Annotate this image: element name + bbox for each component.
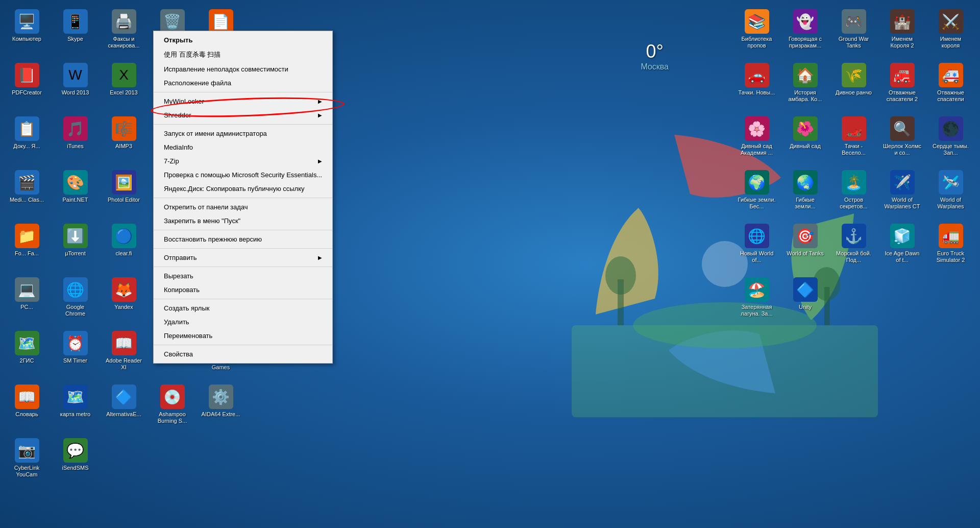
desktop-icon-media[interactable]: 🎬 Medi... Clas... <box>5 166 48 217</box>
desktop-icon-skype[interactable]: 📱 Skype <box>54 5 97 56</box>
desktop-icon-istoriya_ambara[interactable]: 🏠 История амбара. Ко... <box>783 59 827 110</box>
ctx-item-rename[interactable]: Переименовать <box>154 329 332 343</box>
icon-label-ostrov: Остров секретов... <box>834 197 873 210</box>
desktop-icon-gible_zemli[interactable]: 🌏 Гибкые земли... <box>783 166 827 217</box>
desktop-icon-utorrent[interactable]: ⬇️ µTorrent <box>54 220 97 271</box>
desktop-icon-fax[interactable]: 🖨️ Факсы и сканирова... <box>102 5 145 56</box>
desktop-icon-adobe[interactable]: 📖 Adobe Reader XI <box>102 327 145 378</box>
desktop-icon-unity[interactable]: 🔷 Unity <box>783 273 827 324</box>
desktop-icon-tachki_veselo[interactable]: 🏎️ Тачки - Весело... <box>832 112 875 163</box>
desktop-icon-sherlock[interactable]: 🔍 Шерлок Холмс и со... <box>880 112 924 163</box>
desktop-icon-world_tanks[interactable]: 🎯 World of Tanks <box>783 220 827 271</box>
desktop-icon-kartageo[interactable]: 🗺️ карта metro <box>54 380 97 431</box>
desktop-icon-computer[interactable]: 🖥️ Компьютер <box>5 5 48 56</box>
desktop-icon-gis2[interactable]: 🗺️ 2ГИС <box>5 327 48 378</box>
desktop-icon-excel2013[interactable]: X Excel 2013 <box>102 59 145 110</box>
desktop-icon-morskoy[interactable]: ⚓ Морской бой. Под... <box>832 220 875 271</box>
desktop-icon-slovar[interactable]: 📖 Словарь <box>5 380 48 431</box>
desktop-icon-otvazhnie2[interactable]: 🚒 Отважные спасатели 2 <box>880 59 924 110</box>
ctx-item-7zip[interactable]: 7-Zip▶ <box>154 154 332 168</box>
desktop-icon-photoi[interactable]: 🖼️ Photol Editor <box>102 166 145 217</box>
icon-img-utorrent: ⬇️ <box>63 224 88 248</box>
desktop-icon-otvazhnie[interactable]: 🚑 Отважные спасатели <box>929 59 972 110</box>
ctx-item-pinstart[interactable]: Закрепить в меню "Пуск" <box>154 214 332 228</box>
desktop-icon-serdce[interactable]: 🌑 Сердце тьмы. Зап... <box>929 112 972 163</box>
icon-label-ashampoo: Ashampoo Burning S... <box>153 411 192 424</box>
desktop-icon-yandex[interactable]: 🦊 Yandex <box>102 273 145 324</box>
desktop-icon-cyberlink[interactable]: 📷 CyberLink YouCam <box>5 434 48 485</box>
desktop-icon-divniy_sad[interactable]: 🌸 Дивный сад Академия ... <box>735 112 778 163</box>
icon-img-docs: 📋 <box>15 116 39 141</box>
icon-img-yandex: 🦊 <box>112 277 136 302</box>
desktop-icon-docs[interactable]: 📋 Доку... Я... <box>5 112 48 163</box>
desktop-icon-world_warplanes_ct[interactable]: ✈️ World of Warplanes CT <box>880 166 924 217</box>
ctx-item-createshortcut[interactable]: Создать ярлык <box>154 301 332 315</box>
icon-img-paintnet: 🎨 <box>63 170 88 195</box>
ctx-separator-after-rename <box>154 345 332 345</box>
desktop-icon-fa[interactable]: 📁 Fo... Fa... <box>5 220 48 271</box>
ctx-item-copy[interactable]: Копировать <box>154 283 332 297</box>
ctx-item-open[interactable]: Открыть <box>154 33 332 47</box>
desktop-icon-chrome[interactable]: 🌐 Google Chrome <box>54 273 97 324</box>
desktop-icon-alternativa[interactable]: 🔷 AlternativaE... <box>102 380 145 431</box>
ctx-item-restore[interactable]: Восстановить прежнюю версию <box>154 232 332 246</box>
ctx-item-delete[interactable]: Удалить <box>154 315 332 329</box>
ctx-item-compat[interactable]: Исправление неполадок совместимости <box>154 62 332 76</box>
icon-img-smtimer: ⏰ <box>63 331 88 355</box>
desktop-icon-euro_truck[interactable]: 🚛 Euro Truck Simulator 2 <box>929 220 972 271</box>
desktop-icon-groundwar[interactable]: 🎮 Ground War Tanks <box>832 5 875 56</box>
desktop-icon-world_warplanes[interactable]: 🛩️ World of Warplanes <box>929 166 972 217</box>
icon-img-aimp3: 🎼 <box>112 116 136 141</box>
icon-img-cyberlink: 📷 <box>15 438 39 463</box>
desktop-icon-aida64[interactable]: ⚙️ AIDA64 Extre... <box>199 380 242 431</box>
desktop-icon-ice_age[interactable]: 🧊 Ice Age Dawn of t... <box>880 220 924 271</box>
desktop-icon-imenem_korola2[interactable]: 🏰 Именем Короля 2 <box>880 5 924 56</box>
icon-label-alternativa: AlternativaE... <box>106 411 141 418</box>
desktop-icon-new_world[interactable]: 🌐 Новый World of... <box>735 220 778 271</box>
icon-label-govoryashaya: Говорящая с призракам... <box>786 36 825 49</box>
desktop-icon-ostrov[interactable]: 🏝️ Остров секретов... <box>832 166 875 217</box>
ctx-item-properties[interactable]: Свойства <box>154 347 332 361</box>
icon-img-gible_zemli: 🌏 <box>793 170 818 195</box>
desktop-icon-clearfi[interactable]: 🔵 clear.fi <box>102 220 145 271</box>
desktop-icon-isendsms[interactable]: 💬 iSendSMS <box>54 434 97 485</box>
icon-label-slovar: Словарь <box>15 411 38 418</box>
ctx-item-pintaskbar[interactable]: Открепить от панели задач <box>154 200 332 214</box>
desktop-icon-aimp3[interactable]: 🎼 AIMP3 <box>102 112 145 163</box>
desktop-icon-bibliot[interactable]: 📚 Библиотека пропов <box>735 5 778 56</box>
icon-img-computer: 🖥️ <box>15 9 39 34</box>
desktop-icon-pc[interactable]: 💻 PC... <box>5 273 48 324</box>
ctx-item-mywinlocker[interactable]: MyWinLocker▶ <box>154 94 332 108</box>
ctx-item-runas[interactable]: Запуск от имени администратора <box>154 127 332 140</box>
desktop-icon-divniy_sad2[interactable]: 🌺 Дивный сад <box>783 112 827 163</box>
ctx-separator-after-fileloc <box>154 92 332 92</box>
desktop-icon-smtimer[interactable]: ⏰ SM Timer <box>54 327 97 378</box>
desktop-icon-zateryannaya[interactable]: 🏖️ Затерянная лагуна. За... <box>735 273 778 324</box>
desktop-icon-paintnet[interactable]: 🎨 Paint.NET <box>54 166 97 217</box>
ctx-item-baidu[interactable]: 使用 百度杀毒 扫描 <box>154 47 332 62</box>
icon-img-bibliot: 📚 <box>745 9 769 34</box>
icon-img-adobe: 📖 <box>112 331 136 355</box>
desktop-icon-ashampoo[interactable]: 💿 Ashampoo Burning S... <box>151 380 194 431</box>
desktop-icon-gible_zemli_bes[interactable]: 🌍 Гибкые земли. Бес... <box>735 166 778 217</box>
desktop-icon-tachki[interactable]: 🚗 Тачки. Новы... <box>735 59 778 110</box>
desktop-icon-word2013[interactable]: W Word 2013 <box>54 59 97 110</box>
icon-label-docs: Доку... Я... <box>13 143 40 150</box>
desktop-icon-govoryashaya[interactable]: 👻 Говорящая с призракам... <box>783 5 827 56</box>
icon-label-sherlock: Шерлок Холмс и со... <box>883 143 922 156</box>
ctx-arrow-shredder: ▶ <box>318 112 322 118</box>
ctx-item-cut[interactable]: Вырезать <box>154 269 332 283</box>
icon-label-aimp3: AIMP3 <box>115 143 132 150</box>
ctx-item-mediainfo[interactable]: MediaInfo <box>154 140 332 154</box>
desktop-icon-pdfcreator[interactable]: 📕 PDFCreator <box>5 59 48 110</box>
desktop-icon-divnoe_rancho[interactable]: 🌾 Дивное ранчо <box>832 59 875 110</box>
ctx-item-shredder[interactable]: Shredder▶ <box>154 108 332 122</box>
ctx-item-mscheck[interactable]: Проверка с помощью Microsoft Security Es… <box>154 168 332 182</box>
ctx-item-fileloc[interactable]: Расположение файла <box>154 76 332 90</box>
ctx-label-createshortcut: Создать ярлык <box>164 304 209 312</box>
context-menu: Открыть使用 百度杀毒 扫描Исправление неполадок с… <box>153 31 333 364</box>
desktop-icon-imenem_korola[interactable]: ⚔️ Именем короля <box>929 5 972 56</box>
ctx-item-sendto[interactable]: Отправить▶ <box>154 251 332 265</box>
ctx-item-yandexdisk[interactable]: Яндекс.Диск: Скопировать публичную ссылк… <box>154 182 332 196</box>
desktop-icon-itunes[interactable]: 🎵 iTunes <box>54 112 97 163</box>
